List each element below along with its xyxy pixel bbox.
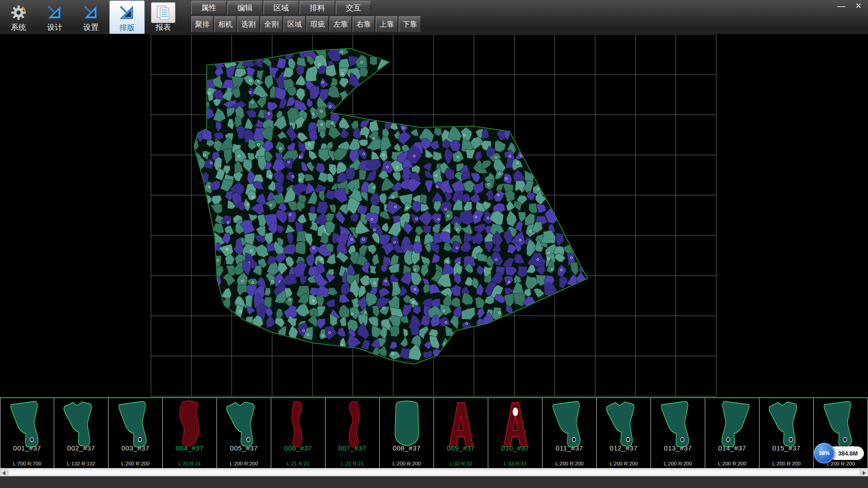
piece-thumbnail-14[interactable]: 014_#37L:200 R:200 [705,398,760,469]
tool-button-2[interactable]: 相机 [214,16,236,33]
piece-shape [6,399,49,451]
piece-thumbnail-3[interactable]: 003_#37L:200 R:200 [108,398,163,469]
piece-thumbnail-strip: 001_#37L:700 R:700002_#37L:132 R:132003_… [0,397,868,469]
piece-lr-label: L:200 R:200 [217,461,271,466]
piece-thumbnail-12[interactable]: 012_#37L:200 R:200 [597,398,651,469]
piece-thumbnail-7[interactable]: 007_#37L:21 R:21 [326,398,380,469]
piece-shape [603,399,645,451]
menu-tab-2[interactable]: 编辑 [227,1,263,15]
piece-id-label: 010_#37 [488,444,542,452]
main-button-label: 设计 [47,23,62,32]
piece-id-label: 005_#37 [217,444,271,452]
icon-plate [42,2,67,23]
main-buttons: 系统设计设置排版报表 [1,0,181,34]
piece-shape [765,399,808,451]
left-arrow-icon [2,471,5,475]
piece-thumbnail-4[interactable]: 004_#37L:31 R:31 [163,398,217,469]
piece-id-label: 012_#37 [597,444,651,452]
main-button-label: 排版 [119,24,135,32]
progress-percent: 38% [819,450,830,456]
tool-button-7[interactable]: 左靠 [330,16,352,33]
horizontal-scrollbar[interactable] [0,469,868,476]
piece-thumbnail-15[interactable]: 015_#37L:200 R:200 [760,398,814,469]
piece-thumbnail-2[interactable]: 002_#37L:132 R:132 [54,398,108,469]
tool-button-5[interactable]: 区域 [283,16,306,33]
icon-plate [6,2,31,23]
main-button-label: 设置 [83,23,99,32]
main-button-5[interactable]: 报表 [146,0,181,34]
right-arrow-icon [863,471,866,475]
menu-tab-3[interactable]: 区域 [264,1,299,15]
nesting-canvas[interactable] [0,34,868,397]
piece-id-label: 002_#37 [54,444,108,452]
piece-thumbnail-6[interactable]: 006_#37L:21 R:21 [271,398,326,469]
nesting-canvas-area[interactable] [0,34,868,397]
piece-shape [440,399,482,451]
main-button-3[interactable]: 设置 [73,0,108,34]
tool-button-9[interactable]: 上靠 [376,16,398,33]
menu-area: 属性编辑区域排料交互 聚排相机选割全割区域瑕疵左靠右靠上靠下靠 [191,1,421,33]
progress-circle: 38% [814,443,835,464]
piece-id-label: 006_#37 [271,444,325,452]
menu-tab-row: 属性编辑区域排料交互 [191,1,421,15]
main-button-2[interactable]: 设计 [37,0,72,34]
tool-button-6[interactable]: 瑕疵 [307,16,329,33]
tool-button-10[interactable]: 下靠 [399,16,421,33]
tool-button-1[interactable]: 聚排 [191,16,213,33]
tool-button-8[interactable]: 右靠 [353,16,375,33]
piece-id-label: 015_#37 [760,444,813,452]
design-icon [46,4,63,21]
menu-tab-1[interactable]: 属性 [191,1,226,15]
gear-icon [10,4,27,21]
piece-thumbnail-13[interactable]: 013_#37L:200 R:200 [651,398,705,469]
icon-plate [115,3,139,23]
piece-id-label: 001_#37 [0,444,54,452]
menu-tab-5[interactable]: 交互 [336,1,371,15]
piece-lr-label: L:200 R:200 [108,461,162,466]
piece-shape [277,399,320,451]
piece-id-label: 009_#37 [434,444,488,452]
piece-thumbnail-5[interactable]: 005_#37L:200 R:200 [217,398,271,469]
main-button-1[interactable]: 系统 [1,0,36,34]
piece-shape [494,399,537,451]
scrollbar-thumb[interactable] [8,469,860,476]
piece-lr-label: L:200 R:200 [651,461,705,466]
main-button-label: 系统 [11,23,26,32]
app-window: 系统设计设置排版报表 属性编辑区域排料交互 聚排相机选割全割区域瑕疵左靠右靠上靠… [0,0,868,488]
layout-icon [118,5,136,22]
piece-lr-label: L:31 R:31 [163,461,217,466]
piece-lr-label: L:21 R:21 [326,461,379,466]
piece-thumbnail-8[interactable]: 008_#37L:200 R:200 [380,398,434,469]
piece-thumbnail-10[interactable]: 010_#37L:33 R:33 [488,398,542,469]
piece-shape [331,399,374,451]
piece-id-label: 008_#37 [380,444,434,452]
piece-shape [169,399,211,451]
piece-lr-label: L:700 R:700 [0,461,54,466]
main-button-4[interactable]: 排版 [109,0,145,34]
tool-button-4[interactable]: 全割 [260,16,283,33]
piece-shape [386,399,428,451]
piece-thumbnail-9[interactable]: 009_#37L:32 R:32 [434,398,488,469]
piece-id-label: 003_#37 [108,444,162,452]
menu-tab-4[interactable]: 排料 [300,1,335,15]
piece-shape [711,399,754,451]
piece-thumbnail-1[interactable]: 001_#37L:700 R:700 [0,398,54,469]
scroll-left-button[interactable] [0,469,8,477]
piece-shape [657,399,699,451]
piece-id-label: 014_#37 [705,444,759,452]
tool-button-3[interactable]: 选割 [237,16,259,33]
piece-id-label: 011_#37 [542,444,596,452]
piece-id-label: 007_#37 [326,444,379,452]
minimize-button[interactable]: — [835,1,847,11]
piece-lr-label: L:132 R:132 [54,461,108,466]
piece-lr-label: L:200 R:200 [705,461,759,466]
piece-shape [548,399,591,451]
piece-shape [114,399,157,451]
piece-id-label: 004_#37 [163,444,217,452]
scroll-right-button[interactable] [860,469,868,477]
piece-thumbnail-11[interactable]: 011_#37L:200 R:200 [542,398,597,469]
close-button[interactable]: × [853,1,864,11]
piece-lr-label: L:21 R:21 [271,461,325,466]
tool-button-row: 聚排相机选割全割区域瑕疵左靠右靠上靠下靠 [191,16,421,33]
main-button-label: 报表 [156,23,171,32]
